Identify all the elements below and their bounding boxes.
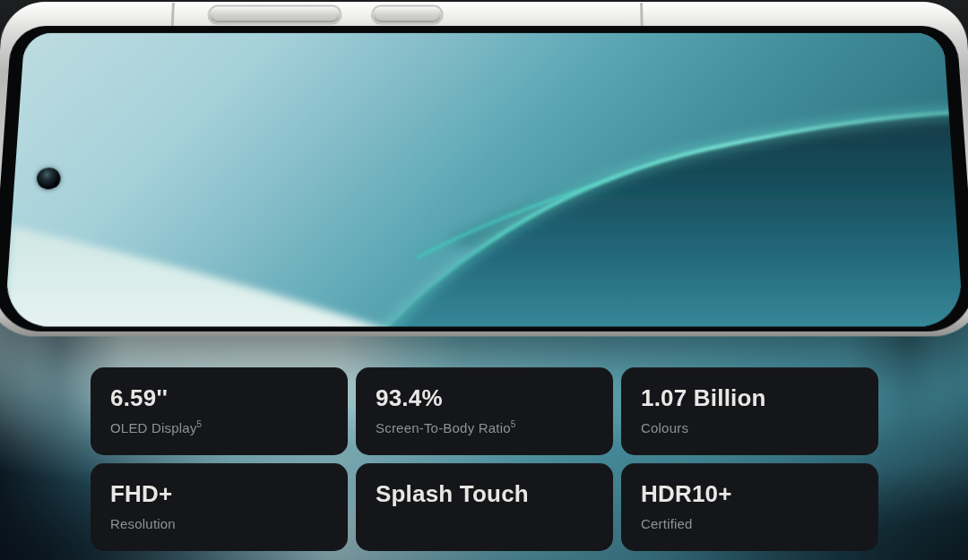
spec-value: 93.4% xyxy=(376,385,593,412)
spec-label-text: Colours xyxy=(641,420,688,435)
spec-card: HDR10+Certified xyxy=(621,463,878,551)
spec-value: FHD+ xyxy=(110,481,328,508)
display-specs-section: { "section": { "name": "display-specs" }… xyxy=(0,0,968,560)
footnote-marker: 5 xyxy=(197,419,203,429)
spec-card: 6.59''OLED Display5 xyxy=(91,367,348,455)
phone xyxy=(0,2,968,336)
spec-card: Splash Touch xyxy=(356,463,613,551)
spec-label: Colours xyxy=(641,420,859,435)
spec-label-text: Resolution xyxy=(110,516,176,531)
spec-card: 1.07 BillionColours xyxy=(621,367,878,455)
antenna-line-icon xyxy=(640,3,644,26)
spec-card: FHD+Resolution xyxy=(91,463,348,551)
spec-value: 6.59'' xyxy=(110,385,328,412)
spec-label: Certified xyxy=(641,516,859,531)
footnote-marker: 5 xyxy=(511,419,516,429)
spec-value: Splash Touch xyxy=(376,481,593,508)
spec-label-text: Certified xyxy=(641,516,693,531)
phone-bezel xyxy=(0,26,968,332)
spec-label: Resolution xyxy=(110,516,328,531)
phone-screen xyxy=(4,33,964,327)
spec-cards-grid: 6.59''OLED Display593.4%Screen-To-Body R… xyxy=(91,367,878,551)
spec-label: Screen-To-Body Ratio5 xyxy=(376,420,593,435)
power-button xyxy=(374,7,441,22)
spec-label-text: OLED Display xyxy=(110,420,197,435)
screen-wallpaper xyxy=(4,33,964,327)
volume-button xyxy=(210,7,340,22)
antenna-line-icon xyxy=(171,3,175,26)
spec-card: 93.4%Screen-To-Body Ratio5 xyxy=(356,367,613,455)
spec-value: 1.07 Billion xyxy=(641,385,859,412)
spec-label-text: Screen-To-Body Ratio xyxy=(376,420,511,435)
spec-label: OLED Display5 xyxy=(110,420,328,435)
spec-value: HDR10+ xyxy=(641,481,859,508)
